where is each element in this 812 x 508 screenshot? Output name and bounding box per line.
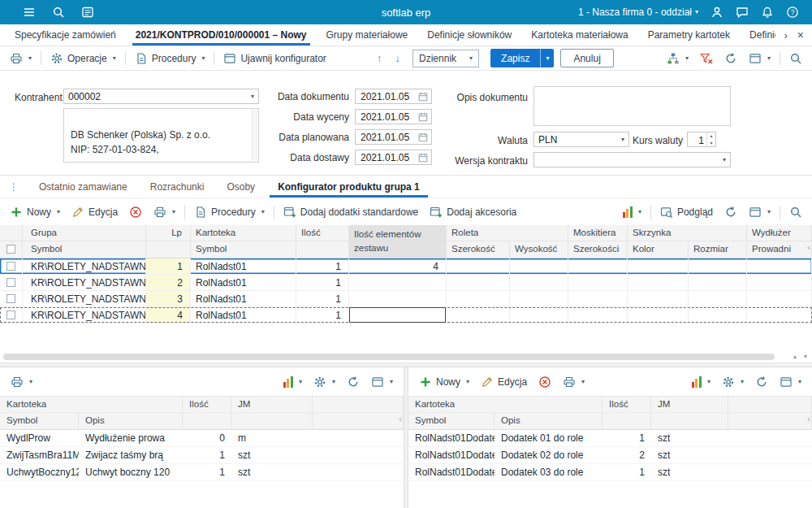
cell-grupa[interactable]: KR\ROLETY_NADSTAWNE <box>23 275 146 290</box>
cell-symbol[interactable]: RolNadst01Dodate <box>408 430 495 446</box>
print-button[interactable]: ▾ <box>558 373 590 391</box>
cell-ilosc[interactable]: 1 <box>603 464 651 480</box>
drag-handle-icon[interactable]: ⋮ <box>0 176 28 198</box>
layout-button[interactable]: ▾ <box>744 203 775 221</box>
col-kolor[interactable]: Kolor <box>628 241 689 258</box>
cell-szerokosci[interactable] <box>568 307 628 323</box>
menu-icon[interactable] <box>23 6 36 19</box>
search-button[interactable] <box>784 50 807 67</box>
col-wysokosc[interactable]: Wysokość <box>510 241 568 258</box>
cell-ilosc[interactable]: 1 <box>183 464 231 480</box>
new-row-button[interactable]: Nowy ▾ <box>5 203 65 221</box>
refresh-button[interactable] <box>719 50 742 67</box>
sub-tab[interactable]: Rozrachunki <box>139 176 216 198</box>
opis-dokumentu-input[interactable] <box>533 86 731 126</box>
table-row[interactable]: RolNadst01Dodate Dodatek 02 do role 2 sz… <box>408 447 812 464</box>
cell-prowadni[interactable] <box>747 307 812 323</box>
spin-up-icon[interactable]: ▴ <box>707 132 715 140</box>
settings-button[interactable]: ▾ <box>717 373 749 391</box>
document-tab[interactable]: 2021/KONTPROD/010/000001 – Nowy <box>126 24 317 46</box>
dodaj-akcesoria-button[interactable]: Dodaj akcesoria <box>425 203 521 221</box>
cell-ilosc[interactable]: 2 <box>603 447 651 463</box>
cell-opis[interactable]: Dodatek 03 do role <box>495 464 603 480</box>
row-checkbox[interactable] <box>6 278 15 287</box>
cell-symbol[interactable]: UchwytBoczny120 <box>0 464 79 480</box>
cell-szerokosc[interactable] <box>447 275 510 290</box>
cell-szerokosc[interactable] <box>447 258 510 274</box>
calendar-icon[interactable] <box>417 152 429 163</box>
cell-lp[interactable]: 3 <box>146 291 191 306</box>
chart-button[interactable]: ▾ <box>618 204 646 220</box>
help-icon[interactable] <box>786 6 799 19</box>
table-row[interactable]: RolNadst01Dodate Dodatek 01 do role 1 sz… <box>408 430 812 447</box>
chat-icon[interactable] <box>736 6 749 19</box>
procedury-button[interactable]: Procedury ▾ <box>189 203 270 221</box>
delete-row-button[interactable] <box>124 203 147 221</box>
cell-opis[interactable]: Wydłużenie prowa <box>79 430 183 446</box>
col-prowadni[interactable]: Prowadni <box>747 241 812 258</box>
cell-jm[interactable]: szt <box>231 447 313 463</box>
cell-szerokosci[interactable] <box>568 258 628 274</box>
notifications-icon[interactable] <box>761 6 774 19</box>
cell-wysokosc[interactable] <box>510 307 568 323</box>
cell-lp[interactable]: 1 <box>146 258 191 274</box>
cell-jm[interactable]: szt <box>651 447 728 463</box>
user-icon[interactable] <box>710 6 723 19</box>
sub-tab[interactable]: Osoby <box>215 176 266 198</box>
table-row[interactable]: ZwijTasmBra11M Zwijacz taśmy brą 1 szt <box>0 447 404 464</box>
document-tab[interactable]: Parametry kartotek <box>638 24 740 46</box>
col-group-wydluzer[interactable]: Wydłużer <box>747 225 812 241</box>
refresh-button[interactable] <box>719 203 742 221</box>
col-kartoteka[interactable]: Kartoteka <box>0 397 183 413</box>
close-tab-button[interactable]: × <box>797 28 804 41</box>
cell-ilosc[interactable]: 1 <box>296 307 349 323</box>
cell-kartoteka[interactable]: RolNadst01 <box>191 291 296 306</box>
calendar-icon[interactable] <box>417 132 429 143</box>
collapse-up-icon[interactable]: ▴ <box>793 353 797 360</box>
row-checkbox[interactable] <box>6 310 15 319</box>
col-group-skrzynka[interactable]: Skrzynka <box>628 225 747 241</box>
cell-wysokosc[interactable] <box>510 275 568 290</box>
col-opis[interactable]: Opis <box>495 413 603 429</box>
horizontal-scrollbar[interactable]: ▴ ▾ <box>0 351 812 363</box>
procedury-button[interactable]: Procedury ▾ <box>130 50 210 67</box>
cell-grupa[interactable]: KR\ROLETY_NADSTAWNE <box>23 291 146 306</box>
cell-ilosc[interactable]: 1 <box>603 430 651 446</box>
sub-tab[interactable]: Ostatnio zamawiane <box>28 176 139 198</box>
clear-filter-button[interactable] <box>695 50 718 67</box>
cell-rozmiar[interactable] <box>689 307 747 323</box>
grid-row[interactable]: KR\ROLETY_NADSTAWNE 4 RolNadst01 1 <box>0 307 812 323</box>
spin-down-icon[interactable]: ▾ <box>707 140 715 147</box>
cell-jm[interactable]: szt <box>651 464 728 480</box>
table-row[interactable]: WydlProw Wydłużenie prowa 0 m <box>0 430 404 447</box>
grid-row[interactable]: KR\ROLETY_NADSTAWNE 1 RolNadst01 1 4 <box>0 258 812 275</box>
save-button[interactable]: Zapisz ▾ <box>490 49 554 67</box>
date-input[interactable]: 2021.01.05 <box>355 129 432 145</box>
document-tab[interactable]: Kartoteka materiałowa <box>521 24 637 46</box>
tabs-overflow-button[interactable]: › <box>784 29 787 41</box>
cell-opis[interactable]: Zwijacz taśmy brą <box>79 447 183 463</box>
cell-prowadni[interactable] <box>747 275 812 290</box>
cell-kolor[interactable] <box>628 291 689 306</box>
cell-szerokosci[interactable] <box>568 291 628 306</box>
cell-szerokosci[interactable] <box>568 275 628 290</box>
col-kartoteka-symbol[interactable]: Symbol <box>191 241 296 258</box>
new-row-button[interactable]: Nowy ▾ <box>414 373 474 391</box>
cell-ilosc[interactable]: 0 <box>183 430 231 446</box>
col-ilosc-elementow[interactable]: Ilość elementów zestawu <box>349 225 447 258</box>
row-checkbox[interactable] <box>6 294 15 303</box>
scrollbar-thumb[interactable] <box>3 354 775 360</box>
document-tab[interactable]: Grupy materiałowe <box>317 24 418 46</box>
col-ilosc[interactable]: Ilość <box>603 397 651 413</box>
apps-icon[interactable] <box>81 6 94 19</box>
cell-opis[interactable]: Uchwyt boczny 120 <box>79 464 183 480</box>
settings-button[interactable]: ▾ <box>309 373 340 391</box>
col-symbol[interactable]: Symbol <box>408 413 495 429</box>
col-group-roleta[interactable]: Roleta <box>447 225 568 241</box>
collapse-down-icon[interactable]: ▾ <box>804 353 807 360</box>
company-selector[interactable]: 1 - Nasza firma 0 - oddział ▾ <box>578 7 698 18</box>
print-button[interactable]: ▾ <box>6 373 37 391</box>
cell-szerokosc[interactable] <box>447 291 510 306</box>
cell-editor-input[interactable] <box>349 307 446 323</box>
row-checkbox[interactable] <box>6 262 15 271</box>
